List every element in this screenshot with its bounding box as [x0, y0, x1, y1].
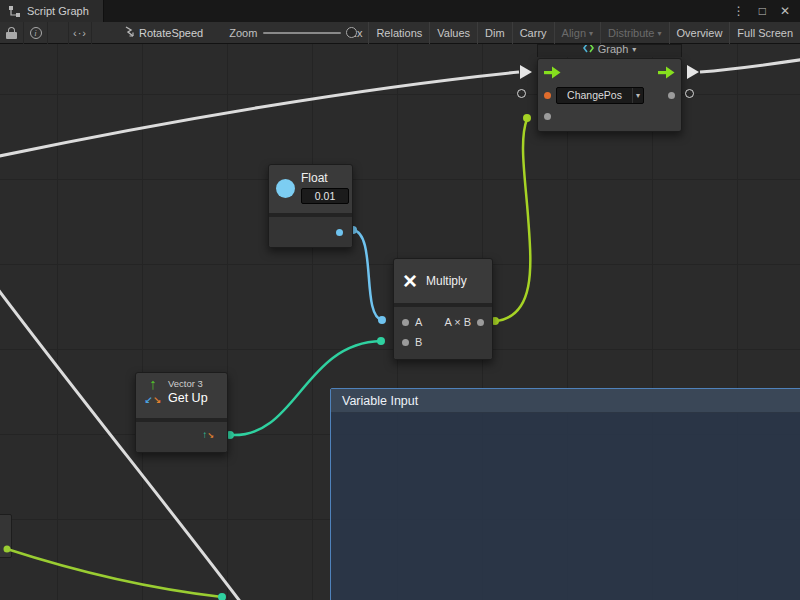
graph-asset-icon	[124, 26, 135, 39]
multiply-input-b-label: B	[415, 336, 422, 348]
info-icon: i	[30, 27, 42, 39]
chevron-down-icon: ▾	[658, 29, 662, 38]
wire-endpoint	[523, 114, 531, 122]
window-controls: ⋮ □ ✕	[733, 0, 800, 22]
multiply-icon: ×	[403, 269, 417, 293]
toolbar-button-values[interactable]: Values	[429, 22, 477, 44]
event-name-value: ChangePos	[557, 88, 632, 103]
toolbar-button-align[interactable]: Align ▾	[554, 22, 600, 44]
value-ring-left-icon	[517, 89, 526, 98]
multiply-input-a-port[interactable]	[402, 319, 409, 326]
toolbar-button-relations[interactable]: Relations	[368, 22, 429, 44]
wire-flow-out	[700, 59, 800, 72]
code-view-button[interactable]: ‹·›	[68, 22, 92, 44]
multiply-output-port[interactable]	[477, 319, 484, 326]
titlebar: Script Graph ⋮ □ ✕	[0, 0, 800, 22]
graph-asset-button[interactable]: RotateSpeed	[124, 26, 203, 39]
wire-flow-in	[0, 72, 519, 158]
code-view-icon: ‹·›	[73, 27, 87, 39]
wire-bottom-left	[7, 549, 222, 597]
maximize-icon[interactable]: □	[759, 0, 766, 22]
event-argument-port[interactable]	[544, 113, 551, 120]
toolbar-button-fullscreen[interactable]: Full Screen	[729, 22, 800, 44]
multiply-node[interactable]: × Multiply A A × B B	[393, 258, 493, 360]
toolbar-button-distribute[interactable]: Distribute ▾	[600, 22, 668, 44]
multiply-output-label: A × B	[444, 316, 471, 328]
tab-label: Script Graph	[27, 5, 89, 17]
event-output-port[interactable]	[668, 92, 675, 99]
chevron-down-icon: ▾	[632, 45, 636, 54]
breadcrumb-label: Graph	[598, 44, 629, 55]
graph-canvas[interactable]: Variable Input Graph ▾	[0, 44, 800, 600]
vector3-get-up-node[interactable]: ↑↙↘ Vector 3 Get Up ↑↘	[135, 372, 228, 453]
zoom-slider-handle[interactable]	[346, 27, 357, 38]
flow-input-port[interactable]	[544, 66, 561, 79]
float-type-icon	[276, 179, 295, 198]
flow-graph-icon	[583, 44, 594, 55]
toolbar-button-align-label: Align	[562, 27, 586, 39]
toolbar-button-overview[interactable]: Overview	[669, 22, 730, 44]
vector3-icon: ↑↙↘	[142, 376, 164, 407]
multiply-input-a-label: A	[415, 316, 422, 328]
graph-breadcrumb[interactable]: Graph ▾	[537, 44, 682, 57]
wire-float-to-multiply-a	[353, 230, 382, 320]
wire-endpoint	[378, 316, 386, 324]
lock-icon	[6, 27, 17, 39]
flow-arrow-out-icon	[687, 65, 699, 79]
vector3-type-label: Vector 3	[168, 378, 223, 389]
variable-input-panel-header[interactable]: Variable Input	[331, 389, 800, 413]
chevron-down-icon: ▾	[589, 29, 593, 38]
lock-button[interactable]	[0, 22, 24, 44]
graph-asset-name: RotateSpeed	[139, 27, 203, 39]
toolbar-button-dim[interactable]: Dim	[477, 22, 512, 44]
multiply-node-title: Multiply	[426, 274, 467, 288]
tab-script-graph[interactable]: Script Graph	[0, 0, 104, 22]
event-name-dropdown[interactable]: ChangePos ▾	[556, 87, 644, 104]
zoom-slider[interactable]	[263, 22, 344, 44]
graph-toolbar: i ‹·› RotateSpeed Zoom 1x Relations Valu…	[0, 22, 800, 44]
float-value-input[interactable]: 0.01	[301, 188, 349, 204]
zoom-label: Zoom	[229, 27, 257, 39]
close-icon[interactable]: ✕	[780, 0, 790, 22]
event-node[interactable]: ChangePos ▾	[537, 58, 682, 132]
menu-icon[interactable]: ⋮	[733, 0, 745, 22]
float-node-title: Float	[301, 171, 346, 185]
script-graph-icon	[8, 5, 21, 18]
toolbar-buttons: Relations Values Dim Carry Align ▾ Distr…	[368, 22, 800, 44]
offscreen-node-stub[interactable]	[0, 514, 12, 558]
value-ring-right-icon	[685, 89, 694, 98]
multiply-input-b-port[interactable]	[402, 339, 409, 346]
event-target-port[interactable]	[544, 92, 551, 99]
wire-endpoint	[377, 337, 385, 345]
wire-endpoint	[218, 593, 226, 600]
flow-output-port[interactable]	[658, 66, 675, 79]
chevron-down-icon: ▾	[633, 91, 643, 100]
variable-input-panel[interactable]: Variable Input	[330, 388, 800, 600]
toolbar-button-carry[interactable]: Carry	[512, 22, 554, 44]
wire-multiply-to-event	[495, 119, 530, 321]
toolbar-button-distribute-label: Distribute	[608, 27, 654, 39]
vector3-node-title: Get Up	[168, 391, 223, 405]
float-literal-node[interactable]: Float 0.01	[268, 164, 353, 248]
flow-arrow-in-icon	[520, 65, 532, 79]
info-button[interactable]: i	[24, 22, 48, 44]
vector3-output-port[interactable]: ↑↘	[202, 430, 214, 440]
zoom-slider-track	[263, 32, 340, 34]
float-output-port[interactable]	[336, 229, 343, 236]
